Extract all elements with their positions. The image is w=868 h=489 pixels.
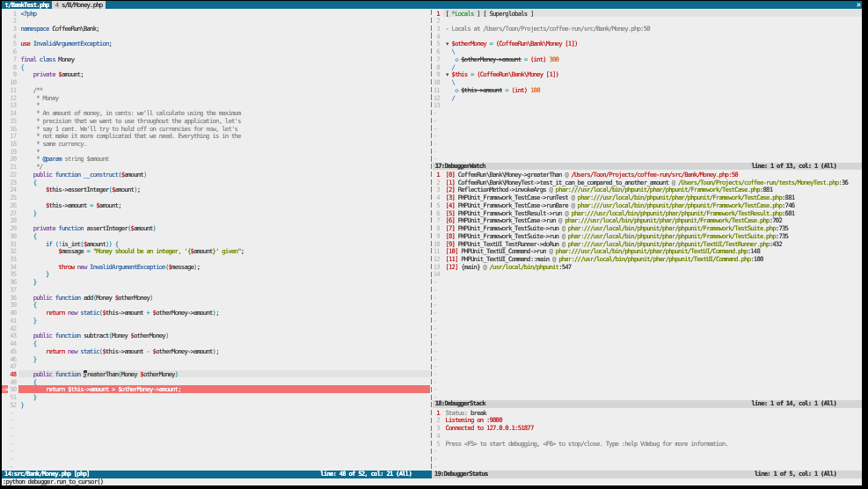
code-line-52[interactable]: 52} bbox=[2, 400, 430, 408]
line-text: $this->amount = $amount; bbox=[18, 202, 429, 208]
code-line-39[interactable]: 39 { bbox=[2, 301, 430, 309]
stack-frame-6[interactable]: 6[5] PHPUnit_Framework_TestResult->run @… bbox=[433, 208, 862, 216]
code-line-27[interactable]: 27 } bbox=[2, 208, 430, 216]
stack-frame-5[interactable]: 5[4] PHPUnit_Framework_TestCase->runBare… bbox=[433, 201, 862, 208]
command-line[interactable]: :python debugger.run_to_cursor() bbox=[2, 478, 862, 486]
code-line-46[interactable]: 46 } bbox=[2, 354, 430, 362]
status-line-5[interactable]: 5Press <F5> to start debugging, <F6> to … bbox=[433, 439, 862, 447]
code-line-21[interactable]: 21 */ bbox=[2, 163, 430, 171]
watch-line-2[interactable]: 2 bbox=[433, 17, 862, 25]
watch-line-5[interactable]: 5▾ $otherMoney = (CoffeeRun\Bank\Money [… bbox=[433, 40, 862, 47]
code-line-29[interactable]: 29 private function assertInteger($amoun… bbox=[2, 224, 430, 232]
code-line-15[interactable]: 15 * precision that we want to use throu… bbox=[2, 116, 430, 124]
code-line-38[interactable]: 38 public function add(Money $otherMoney… bbox=[2, 293, 430, 301]
tabline-close-button[interactable]: X bbox=[857, 1, 861, 9]
line-number: 13 bbox=[8, 102, 16, 108]
code-line-34[interactable]: 34 throw new InvalidArgumentException($m… bbox=[2, 262, 430, 270]
code-line-2[interactable]: 2 bbox=[2, 17, 430, 25]
stack-frame-4[interactable]: 4[3] PHPUnit_Framework_TestCase->runTest… bbox=[433, 193, 862, 201]
watch-line-7[interactable]: 7 ◇ $otherMoney->amount = (int) 300 bbox=[433, 55, 862, 62]
nontext-tilde: ~ bbox=[433, 332, 862, 339]
code-line-40[interactable]: 40 return new static($this->amount + $ot… bbox=[2, 309, 430, 317]
line-number: 11 bbox=[433, 248, 440, 254]
line-number: 42 bbox=[8, 325, 16, 332]
status-line-1[interactable]: 1Status: break bbox=[433, 408, 862, 416]
stack-frame-11[interactable]: 11[10] PHPUnit_TextUI_Command->run @ pha… bbox=[433, 247, 862, 255]
code-line-35[interactable]: 35 } bbox=[2, 270, 430, 278]
sign-column bbox=[2, 463, 8, 470]
code-line-14[interactable]: 14 * An amount of money, in cents: we'll… bbox=[2, 109, 430, 117]
status-line-3[interactable]: 3Connected to 127.0.0.1:51877 bbox=[433, 424, 862, 432]
stack-frame-tilde: ~ bbox=[433, 370, 862, 378]
code-line-45[interactable]: 45 return new static($this->amount - $ot… bbox=[2, 347, 430, 354]
watch-line-6[interactable]: 6 \ bbox=[433, 47, 862, 55]
line-text: { bbox=[18, 340, 429, 347]
code-line-18[interactable]: 18 * same currency. bbox=[2, 139, 430, 147]
nontext-tilde: ~ bbox=[433, 363, 862, 369]
code-line-50[interactable]: ->50 return $this->amount > $otherMoney-… bbox=[2, 385, 430, 393]
code-line-41[interactable]: 41 } bbox=[2, 316, 430, 324]
code-line-32[interactable]: 32 $message = "Money should be an intege… bbox=[2, 247, 430, 255]
watch-line-12[interactable]: 12 / bbox=[433, 93, 862, 101]
code-line-13[interactable]: 13 * bbox=[2, 101, 430, 109]
code-line-31[interactable]: 31 if (!is_int($amount)) { bbox=[2, 239, 430, 247]
status-line-4[interactable]: 4 bbox=[433, 431, 862, 439]
watch-line-13[interactable]: 13 bbox=[433, 101, 862, 109]
watch-line-11[interactable]: 11 ◇ $this->amount = (int) 100 bbox=[433, 85, 862, 93]
sign-column bbox=[2, 79, 8, 85]
tab-banktest[interactable]: t/BankTest.php bbox=[2, 1, 52, 9]
code-line-36[interactable]: 36 } bbox=[2, 278, 430, 286]
line-number: 3 bbox=[8, 26, 16, 32]
code-line-9[interactable]: 9 private $amount; bbox=[2, 70, 430, 78]
code-line-20[interactable]: 20 * @param string $amount bbox=[2, 155, 430, 163]
code-line-4[interactable]: 4 bbox=[2, 32, 430, 40]
stack-frame-14[interactable]: 14 bbox=[433, 270, 862, 278]
watch-line-1[interactable]: 1[ *Locals ] [ Superglobals ] bbox=[433, 9, 862, 17]
code-line-16[interactable]: 16 * say 1 cent. We'll try to hold off o… bbox=[2, 124, 430, 132]
code-line-10[interactable]: 10 bbox=[2, 78, 430, 86]
code-line-6[interactable]: 6 bbox=[2, 47, 430, 55]
code-line-33[interactable]: 33 bbox=[2, 255, 430, 263]
code-line-49[interactable]: 49 { bbox=[2, 377, 430, 385]
stack-frame-1[interactable]: 1[0] CoffeeRun\Bank\Money->greaterThan @… bbox=[433, 170, 862, 178]
stack-frame-7[interactable]: 7[6] PHPUnit_Framework_TestCase->run @ p… bbox=[433, 216, 862, 224]
code-line-11[interactable]: 11 /** bbox=[2, 85, 430, 93]
code-line-28[interactable]: 28 bbox=[2, 216, 430, 224]
code-line-48[interactable]: 48 public function greaterThan(Money $ot… bbox=[2, 370, 430, 378]
code-line-37[interactable]: 37 bbox=[2, 285, 430, 293]
stack-frame-8[interactable]: 8[7] PHPUnit_Framework_TestSuite->run @ … bbox=[433, 224, 862, 232]
code-line-7[interactable]: 7final class Money bbox=[2, 55, 430, 62]
watch-line-9[interactable]: 9▾ $this = (CoffeeRun\Bank\Money [1]) bbox=[433, 70, 862, 78]
watch-line-4[interactable]: 4 bbox=[433, 32, 862, 40]
code-line-43[interactable]: 43 public function subtract(Money $other… bbox=[2, 332, 430, 339]
watch-line-8[interactable]: 8 / bbox=[433, 62, 862, 70]
stack-frame-13[interactable]: 13[12] {main} @ /usr/local/bin/phpunit:5… bbox=[433, 262, 862, 270]
watch-line-3[interactable]: 3- Locals at /Users/Toon/Projects/coffee… bbox=[433, 24, 862, 32]
code-line-42[interactable]: 42 bbox=[2, 324, 430, 332]
code-line-17[interactable]: 17 * not make it more complicated that w… bbox=[2, 132, 430, 140]
code-line-23[interactable]: 23 { bbox=[2, 178, 430, 186]
code-line-5[interactable]: 5use InvalidArgumentException; bbox=[2, 40, 430, 47]
code-line-47[interactable]: 47 bbox=[2, 362, 430, 370]
code-line-19[interactable]: 19 * bbox=[2, 147, 430, 155]
code-line-1[interactable]: 1<?php bbox=[2, 9, 430, 17]
code-line-24[interactable]: 24 $this->assertInteger($amount); bbox=[2, 186, 430, 193]
code-line-3[interactable]: 3namespace CoffeeRun\Bank; bbox=[2, 24, 430, 32]
stack-frame-10[interactable]: 10[9] PHPUnit_TextUI_TestRunner->doRun @… bbox=[433, 239, 862, 247]
watch-line-10[interactable]: 10 \ bbox=[433, 78, 862, 86]
stack-frame-3[interactable]: 3[2] ReflectionMethod->invokeArgs @ phar… bbox=[433, 186, 862, 193]
code-line-22[interactable]: 22 public function __construct($amount) bbox=[2, 170, 430, 178]
watch-line-tilde: ~ bbox=[433, 124, 862, 132]
code-line-51[interactable]: 51 } bbox=[2, 393, 430, 401]
stack-frame-12[interactable]: 12[11] PHPUnit_TextUI_Command::main @ ph… bbox=[433, 255, 862, 263]
code-line-26[interactable]: 26 $this->amount = $amount; bbox=[2, 201, 430, 208]
code-line-12[interactable]: 12 * Money bbox=[2, 93, 430, 101]
stack-frame-2[interactable]: 2[1] CoffeeRun\Bank\MoneyTest->test_it_c… bbox=[433, 178, 862, 186]
status-line-2[interactable]: 2Listening on :9000 bbox=[433, 416, 862, 424]
code-line-44[interactable]: 44 { bbox=[2, 339, 430, 347]
tab-money[interactable]: 4s/B/Money.php bbox=[52, 1, 106, 9]
code-line-30[interactable]: 30 { bbox=[2, 231, 430, 239]
code-line-25[interactable]: 25 bbox=[2, 193, 430, 201]
code-line-8[interactable]: 8{ bbox=[2, 62, 430, 70]
stack-frame-9[interactable]: 9[8] PHPUnit_Framework_TestSuite->run @ … bbox=[433, 231, 862, 239]
